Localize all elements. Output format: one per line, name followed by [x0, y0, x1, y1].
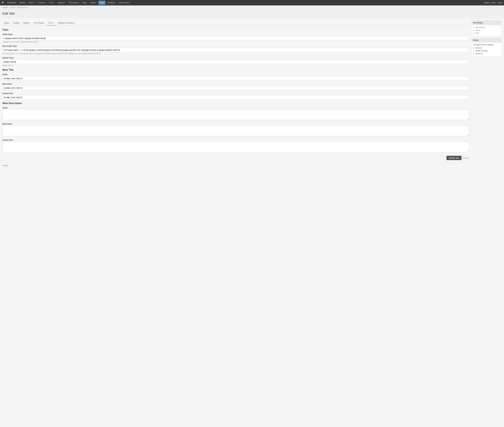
tab-posts[interactable]: Posts: [46, 21, 56, 25]
notice-mobile-domain: Mobile Domain: [475, 50, 488, 52]
site-details-home[interactable]: Home: [475, 29, 480, 31]
tab-analysis-amazon[interactable]: Analysis & Amazon: [55, 21, 76, 25]
meta-title-default-post-group: Default Post: [2, 92, 469, 99]
meta-desc-best-guide-label: Best Guide: [2, 123, 469, 125]
best-guide-topic-group: Best Guide Topic {% if page.depth == 1 %…: [2, 45, 469, 54]
meta-title-best-guide-label: Best Guide: [2, 83, 469, 85]
sidebar: Site Details Mail Method Home Edit Notic…: [471, 21, 502, 59]
breadcrumb-demo-site[interactable]: DEMO SITE: [18, 7, 27, 8]
footer-label: Fastlist: [2, 165, 8, 167]
breadcrumb-sep2: /: [16, 7, 17, 8]
notice-intro: Changed Need to Restart:: [473, 44, 500, 46]
update-site-button[interactable]: Update Site: [446, 156, 461, 160]
meta-title-best-guide-group: Best Guide: [2, 83, 469, 90]
cancel-button[interactable]: Cancel: [463, 157, 469, 159]
main-content: Base Config System UI & Theme Posts Anal…: [2, 21, 469, 160]
meta-title-guide-group: Guide: [2, 73, 469, 81]
notice-card: Notice Changed Need to Restart: Domain M…: [471, 38, 502, 57]
nav-faqs[interactable]: Faqs: [81, 1, 88, 5]
nav-sites[interactable]: Sites: [98, 1, 105, 5]
site-details-card: Site Details Mail Method Home Edit: [471, 21, 502, 36]
tab-system[interactable]: System: [21, 21, 32, 25]
topic-section-title: Topic: [2, 29, 469, 31]
guide-topic-group: Guide Topic A {{page.year}} Guide to {{p…: [2, 33, 469, 43]
site-details-edit[interactable]: Edit: [475, 32, 479, 34]
notice-body: Changed Need to Restart: Domain Mobile D…: [472, 43, 501, 57]
notice-domain: Domain: [475, 47, 482, 49]
guide-topic-hint: A {{page.year}} Guide to {{page.name|plu…: [2, 41, 469, 43]
breadcrumb-sites[interactable]: SITES: [10, 7, 15, 8]
main-layout: Base Config System UI & Theme Posts Anal…: [0, 18, 504, 162]
site-details-title: Site Details: [472, 21, 501, 25]
default-topic-input[interactable]: [2, 60, 469, 64]
site-details-mail-method[interactable]: Mail Method: [475, 26, 485, 29]
breadcrumb: ADMIN / SITES / DEMO SITE /: [0, 5, 504, 10]
footer: Fastlist: [0, 162, 504, 168]
page-title: Edit Site: [2, 12, 502, 15]
nav-dashboard[interactable]: Dashboard: [6, 1, 18, 5]
meta-desc-best-guide-textarea[interactable]: [2, 126, 469, 136]
meta-desc-section-title: Meta Description: [2, 102, 469, 105]
nav-right: fastlist - admin Logout: [484, 2, 503, 4]
nav-vendors[interactable]: Vendors: [89, 1, 98, 5]
default-topic-group: Default Topic {{page.name}}: [2, 57, 469, 66]
meta-desc-default-post-textarea[interactable]: [2, 142, 469, 152]
meta-title-default-post-input[interactable]: [2, 95, 469, 99]
guide-topic-input[interactable]: [2, 36, 469, 40]
tab-base[interactable]: Base: [2, 21, 11, 25]
tabs: Base Config System UI & Theme Posts Anal…: [2, 21, 469, 25]
default-topic-hint: {{page.name}}: [2, 64, 469, 66]
nav-logout[interactable]: Logout: [497, 2, 503, 4]
nav-brands[interactable]: Brands: [18, 1, 27, 5]
breadcrumb-sep1: /: [9, 7, 10, 8]
tab-config[interactable]: Config: [11, 21, 21, 25]
meta-desc-guide-textarea[interactable]: [2, 109, 469, 120]
nav-products[interactable]: Products: [36, 1, 47, 5]
notice-mount-at: Mount At: [475, 53, 483, 55]
page-header: Edit Site: [0, 10, 504, 18]
best-guide-topic-hint: {% if page.depth == 1 %}Top {{page.numbe…: [2, 53, 469, 54]
top-navigation: ✦ Dashboard Brands Posts Products Cms Se…: [0, 0, 504, 5]
nav-settings[interactable]: Settings: [56, 1, 67, 5]
nav-taxonomies[interactable]: Taxonomies: [67, 1, 81, 5]
meta-title-section-title: Meta Title: [2, 69, 469, 71]
meta-desc-best-guide-group: Best Guide: [2, 123, 469, 137]
meta-desc-guide-label: Guide: [2, 107, 469, 109]
nav-user: fastlist - admin: [484, 2, 496, 4]
breadcrumb-sep3: /: [28, 7, 28, 8]
nav-items: Dashboard Brands Posts Products Cms Sett…: [6, 1, 484, 5]
logo: ✦: [1, 1, 4, 4]
guide-topic-label: Guide Topic: [2, 33, 469, 35]
default-topic-label: Default Topic: [2, 57, 469, 59]
site-details-body: Mail Method Home Edit: [472, 25, 501, 36]
best-guide-topic-input[interactable]: [2, 48, 469, 52]
notice-title: Notice: [472, 38, 501, 43]
best-guide-topic-label: Best Guide Topic: [2, 45, 469, 47]
nav-cms[interactable]: Cms: [48, 1, 56, 5]
breadcrumb-admin[interactable]: ADMIN: [2, 7, 8, 8]
nav-admin-users[interactable]: Admin Users: [118, 1, 132, 5]
nav-template[interactable]: Template: [106, 1, 117, 5]
meta-title-default-post-label: Default Post: [2, 92, 469, 95]
meta-title-best-guide-input[interactable]: [2, 86, 469, 90]
tab-ui-theme[interactable]: UI & Theme: [32, 21, 46, 25]
button-row: Update Site Cancel: [2, 156, 469, 160]
nav-posts[interactable]: Posts: [27, 1, 36, 5]
meta-desc-default-post-label: Default Post: [2, 139, 469, 141]
meta-title-guide-label: Guide: [2, 73, 469, 76]
meta-desc-guide-group: Guide: [2, 107, 469, 121]
meta-title-guide-input[interactable]: [2, 76, 469, 81]
meta-desc-default-post-group: Default Post: [2, 139, 469, 153]
